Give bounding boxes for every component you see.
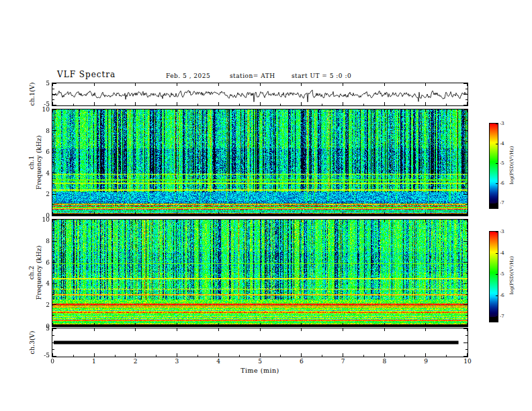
axis-label-channel: ch.2 <box>28 266 35 280</box>
y-tick-label: 2 <box>34 302 50 308</box>
y-tick-label: 8 <box>34 238 50 244</box>
x-tick-label: 2 <box>128 358 143 365</box>
y-tick-label: -5 <box>34 101 50 107</box>
y-tick-label: 2 <box>34 191 50 197</box>
colorbar-tick-label: -4 <box>500 250 511 256</box>
ch2-frequency-axis-label: ch.2Frequency (kHz) <box>28 246 42 300</box>
x-tick-label: 10 <box>460 358 475 365</box>
ch2-spectrogram-heatmap <box>52 219 468 327</box>
ch3-voltage-axis-label: ch.3(V) <box>29 331 36 355</box>
colorbar-tick-label: -3 <box>500 121 511 126</box>
x-tick-label: 7 <box>336 358 351 365</box>
colorbar-ch1 <box>489 123 498 209</box>
x-tick-label: 6 <box>294 358 309 365</box>
axis-label-text: Frequency (kHz) <box>34 246 42 300</box>
x-tick-label: 1 <box>87 358 101 365</box>
colorbar-tick-label: -6 <box>500 181 511 186</box>
y-tick-label: 4 <box>34 170 50 177</box>
colorbar-ch2 <box>489 231 498 322</box>
x-tick-label: 4 <box>211 358 226 365</box>
x-tick-label: 5 <box>253 358 267 365</box>
y-tick-label: 6 <box>34 259 50 266</box>
colorbar-tick-label: -7 <box>500 314 511 319</box>
colorbar-tick-label: -3 <box>500 229 511 234</box>
ch1-waveform-plot <box>52 83 468 106</box>
ch1-spectrogram-heatmap <box>52 109 468 216</box>
figure-title: VLF Spectra <box>57 70 116 79</box>
colorbar-tick-label: -5 <box>500 271 511 277</box>
header-date: Feb. 5 , 2025 <box>166 73 210 79</box>
ch3-waveform-plot <box>52 328 468 357</box>
vlf-spectra-figure: VLF Spectra Feb. 5 , 2025 station= ATH s… <box>0 0 532 411</box>
colorbar-tick-label: -6 <box>500 293 511 298</box>
y-tick-label: 5 <box>34 80 50 87</box>
ch1-frequency-axis-label: ch.1Frequency (kHz) <box>28 136 42 190</box>
axis-label-text: Frequency (kHz) <box>34 136 42 190</box>
axis-label-channel: ch.1 <box>28 156 35 170</box>
time-axis-label: Time (min) <box>240 367 279 374</box>
x-tick-label: 0 <box>45 358 60 365</box>
y-tick-label: 10 <box>34 216 50 223</box>
colorbar-tick-label: -4 <box>500 141 511 146</box>
colorbar-tick-label: -7 <box>500 200 511 205</box>
header-start-ut: start UT = 5 :0 :0 <box>292 73 351 79</box>
y-tick-label: 8 <box>34 128 50 134</box>
x-tick-label: 8 <box>377 358 392 365</box>
y-tick-label: 5 <box>34 325 50 332</box>
colorbar-tick-label: -5 <box>500 161 511 166</box>
y-tick-label: 4 <box>34 280 50 287</box>
x-tick-label: 9 <box>418 358 433 365</box>
header-station: station= ATH <box>230 73 275 79</box>
x-tick-label: 3 <box>169 358 184 365</box>
y-tick-label: 6 <box>34 148 50 155</box>
